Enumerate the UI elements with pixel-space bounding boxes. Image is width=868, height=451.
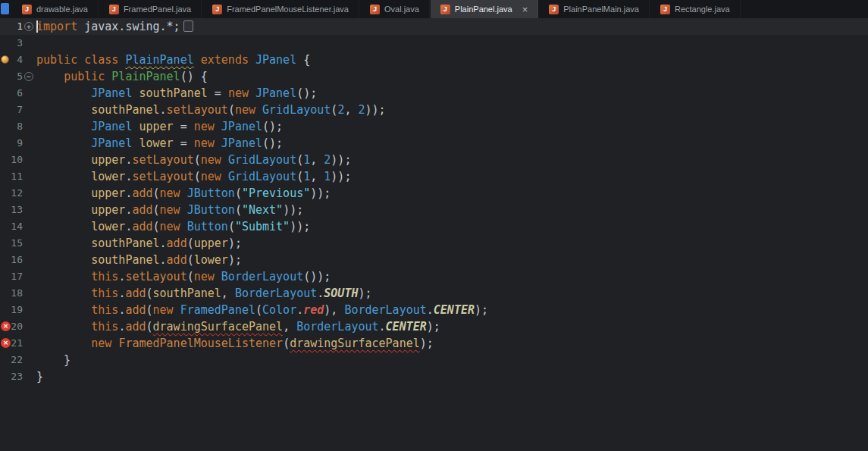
code-token: ( — [146, 287, 153, 300]
code-line-7[interactable]: 7 southPanel.setLayout(new GridLayout(2,… — [0, 102, 868, 118]
gutter: 1+ — [0, 18, 35, 35]
code-token: ( — [228, 220, 235, 233]
line-number: 15 — [0, 235, 23, 252]
tab-label: FramedPanel.java — [124, 5, 191, 14]
code-token — [221, 153, 228, 167]
code-token: setLayout — [167, 103, 228, 117]
code-line-4[interactable]: 4public class PlainPanel extends JPanel … — [0, 52, 868, 68]
code-line-5[interactable]: 5− public PlainPanel() { — [0, 68, 868, 85]
code-line-11[interactable]: 11 lower.setLayout(new GridLayout(1, 1))… — [0, 168, 868, 185]
code-token — [174, 303, 180, 317]
code-line-15[interactable]: 15 southPanel.add(upper); — [0, 235, 868, 252]
gutter: 10 — [0, 152, 35, 168]
code-token: new — [153, 303, 174, 317]
code-token: GridLayout — [228, 153, 296, 167]
code-text: new FramedPanelMouseListener(drawingSurf… — [35, 335, 434, 352]
code-line-6[interactable]: 6 JPanel southPanel = new JPanel(); — [0, 85, 868, 102]
code-line-12[interactable]: 12 upper.add(new JButton("Previous")); — [0, 185, 868, 202]
gutter: 23 — [0, 368, 35, 385]
fold-expanded-icon[interactable]: − — [23, 72, 35, 81]
tab-plainpanel-java[interactable]: JPlainPanel.java× — [431, 0, 538, 18]
fold-collapsed-icon[interactable]: + — [23, 22, 35, 31]
code-token: )); — [331, 170, 351, 183]
gutter: 16 — [0, 252, 35, 268]
code-token: FramedPanelMouseListener — [118, 337, 283, 350]
code-token: southPanel — [139, 86, 207, 100]
code-token — [215, 270, 221, 283]
code-line-18[interactable]: 18 this.add(southPanel, BorderLayout.SOU… — [0, 285, 868, 302]
line-number: 17 — [0, 268, 23, 285]
code-token: , — [283, 320, 296, 334]
code-token: , — [221, 287, 235, 300]
line-number: 6 — [0, 85, 23, 102]
code-token — [36, 136, 91, 150]
code-token: BorderLayout — [344, 303, 426, 317]
code-token: southPanel — [153, 287, 221, 300]
code-line-20[interactable]: ✕20 this.add(drawingSurfacePanel, Border… — [0, 318, 868, 335]
code-token: this — [91, 320, 118, 334]
tab-framedpanel-java[interactable]: JFramedPanel.java — [99, 0, 202, 18]
java-file-icon: J — [22, 5, 32, 14]
app-icon[interactable] — [1, 3, 9, 14]
tab-label: Oval.java — [384, 5, 419, 14]
code-token: ( — [146, 320, 153, 334]
code-line-14[interactable]: 14 lower.add(new Button("Submit")); — [0, 218, 868, 235]
line-number: 19 — [0, 302, 23, 318]
code-line-19[interactable]: 19 this.add(new FramedPanel(Color.red), … — [0, 302, 868, 318]
code-text: JPanel upper = new JPanel(); — [35, 118, 283, 135]
tab-plainpanelmain-java[interactable]: JPlainPanelMain.java — [539, 0, 650, 18]
code-line-13[interactable]: 13 upper.add(new JButton("Next")); — [0, 202, 868, 218]
line-number: 13 — [0, 202, 23, 218]
code-line-8[interactable]: 8 JPanel upper = new JPanel(); — [0, 118, 868, 135]
code-token — [36, 203, 91, 217]
code-token — [180, 203, 187, 217]
tab-drawable-java[interactable]: Jdrawable.java — [12, 0, 99, 18]
collapsed-region-icon[interactable] — [183, 20, 193, 32]
code-token — [180, 220, 187, 233]
error-marker-icon[interactable]: ✕ — [1, 321, 11, 331]
code-text: public PlainPanel() { — [35, 68, 208, 85]
gutter: 17 — [0, 268, 35, 285]
code-token — [215, 120, 221, 133]
code-token: ( — [146, 303, 153, 317]
code-line-10[interactable]: 10 upper.setLayout(new GridLayout(1, 2))… — [0, 152, 868, 168]
code-token: new — [201, 153, 221, 167]
code-line-1[interactable]: 1+import javax.swing.*; — [0, 18, 868, 35]
code-token — [36, 170, 91, 183]
code-token: JPanel — [221, 120, 262, 133]
code-line-23[interactable]: 23} — [0, 368, 868, 385]
java-file-icon: J — [212, 5, 222, 14]
tab-rectangle-java[interactable]: JRectangle.java — [650, 0, 741, 18]
tab-label: PlainPanelMain.java — [563, 5, 639, 14]
code-token: add — [132, 186, 152, 200]
error-marker-icon[interactable]: ✕ — [1, 338, 11, 348]
code-line-17[interactable]: 17 this.setLayout(new BorderLayout()); — [0, 268, 868, 285]
code-text: southPanel.add(upper); — [35, 235, 242, 252]
warning-marker-icon[interactable] — [1, 55, 9, 64]
code-token: = — [208, 86, 228, 100]
tab-framedpanelmouselistener-java[interactable]: JFramedPanelMouseListener.java — [202, 0, 359, 18]
code-token: CENTER — [434, 303, 475, 317]
tab-oval-java[interactable]: JOval.java — [360, 0, 430, 18]
code-line-3[interactable]: 3 — [0, 35, 868, 52]
code-token: southPanel — [91, 253, 159, 267]
close-icon[interactable]: × — [522, 5, 528, 14]
code-line-9[interactable]: 9 JPanel lower = new JPanel(); — [0, 135, 868, 152]
code-line-16[interactable]: 16 southPanel.add(lower); — [0, 252, 868, 268]
gutter: 5− — [0, 68, 35, 85]
code-token: . — [296, 303, 303, 317]
code-token: new — [194, 270, 215, 283]
code-token: ()); — [303, 270, 331, 283]
code-token: upper — [91, 186, 125, 200]
code-token: ( — [153, 186, 160, 200]
code-editor[interactable]: 1+import javax.swing.*;34public class Pl… — [0, 18, 868, 451]
code-lines: 1+import javax.swing.*;34public class Pl… — [0, 18, 868, 385]
code-text: upper.add(new JButton("Next")); — [35, 202, 303, 218]
line-number: 12 — [0, 185, 23, 202]
ide-window: Jdrawable.javaJFramedPanel.javaJFramedPa… — [0, 0, 868, 451]
code-line-21[interactable]: ✕21 new FramedPanelMouseListener(drawing… — [0, 335, 868, 352]
code-token: 1 — [324, 170, 331, 183]
code-token: BorderLayout — [296, 320, 378, 334]
code-token: } — [36, 370, 43, 384]
code-line-22[interactable]: 22 } — [0, 352, 868, 368]
